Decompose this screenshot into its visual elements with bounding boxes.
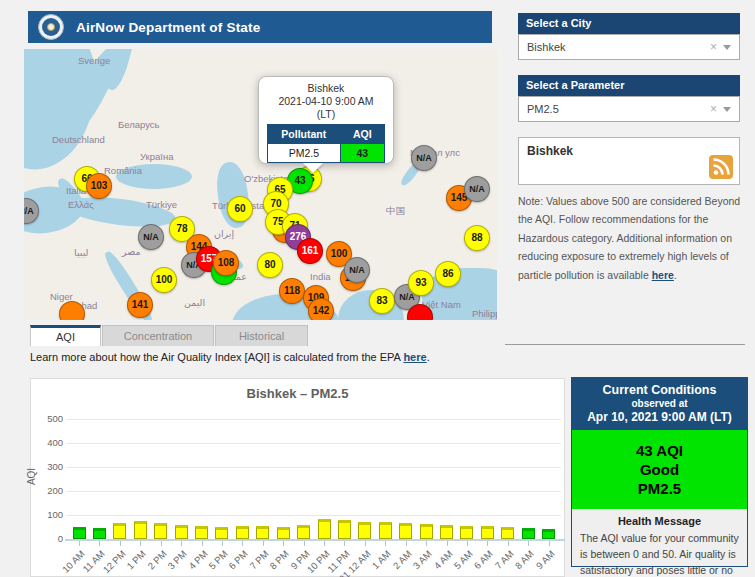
chart-bar bbox=[113, 523, 126, 539]
popup-aqi-value: 43 bbox=[340, 144, 384, 163]
map-label: Philippine bbox=[472, 308, 497, 319]
parameter-clear-icon[interactable]: × bbox=[704, 102, 723, 116]
chart-bar bbox=[542, 529, 555, 539]
chart-x-tick bbox=[304, 541, 305, 546]
aqi-marker-na[interactable]: N/A bbox=[344, 257, 370, 283]
aqi-marker[interactable]: 86 bbox=[435, 261, 461, 287]
chart-bar bbox=[501, 527, 514, 539]
chart-bar bbox=[154, 523, 167, 539]
aqi-marker[interactable]: 161 bbox=[297, 238, 323, 264]
city-feed-box: Bishkek bbox=[518, 137, 740, 185]
aqi-marker[interactable]: 60 bbox=[227, 196, 253, 222]
aqi-marker[interactable]: 100 bbox=[151, 267, 177, 293]
chart-bar bbox=[236, 526, 249, 539]
chart-bar bbox=[73, 527, 86, 539]
chart-bar bbox=[215, 527, 228, 539]
popup-table: Pollutant AQI PM2.5 43 bbox=[267, 124, 385, 163]
state-department-seal-icon bbox=[38, 14, 64, 40]
chart-x-tick bbox=[263, 541, 264, 546]
current-conditions-datetime: Apr 10, 2021 9:00 AM (LT) bbox=[572, 410, 747, 424]
aqi-marker[interactable]: 103 bbox=[86, 173, 112, 199]
popup-arrow bbox=[303, 163, 323, 173]
app-title: AirNow Department of State bbox=[76, 20, 260, 35]
aqi-marker[interactable]: 93 bbox=[408, 270, 434, 296]
aqi-marker[interactable]: 108 bbox=[213, 250, 239, 276]
chart-x-tick bbox=[222, 541, 223, 546]
health-message-text: The AQI value for your community is betw… bbox=[572, 527, 747, 577]
parameter-chevron-down-icon[interactable] bbox=[723, 107, 731, 112]
chart-y-tick-label: 200 bbox=[31, 485, 63, 496]
aqi-marker[interactable]: 80 bbox=[257, 252, 283, 278]
chart-bar bbox=[195, 526, 208, 539]
aqi-map[interactable]: SverigeБеларусьDeutschlandУкраїнаRomânia… bbox=[24, 49, 497, 320]
map-label: ليبيا bbox=[74, 247, 88, 258]
aqi-marker[interactable] bbox=[59, 301, 85, 320]
aqi-marker[interactable]: 141 bbox=[127, 292, 153, 318]
popup-pollutant-value: PM2.5 bbox=[268, 144, 341, 163]
note-period: . bbox=[674, 269, 677, 281]
chart-bar bbox=[440, 525, 453, 539]
chart-bar bbox=[134, 521, 147, 539]
current-conditions-title: Current Conditions bbox=[572, 383, 747, 397]
map-label: Україна bbox=[140, 151, 174, 162]
aqi-marker[interactable]: 83 bbox=[369, 288, 395, 314]
chart-bar bbox=[481, 526, 494, 539]
aqi-marker[interactable]: 118 bbox=[279, 278, 305, 304]
map-label: 中国 bbox=[386, 205, 405, 218]
learn-more-period: . bbox=[427, 351, 430, 363]
current-aqi-value: 43 AQI bbox=[572, 441, 747, 460]
aqi-marker-na[interactable]: N/A bbox=[411, 145, 437, 171]
aqi-marker[interactable]: 142 bbox=[308, 298, 334, 320]
city-clear-icon[interactable]: × bbox=[704, 40, 723, 54]
health-message-section: Health Message The AQI value for your co… bbox=[572, 509, 747, 577]
learn-more-link[interactable]: here bbox=[403, 351, 426, 363]
map-label: România bbox=[104, 165, 142, 176]
city-dropdown[interactable]: Bishkek × bbox=[518, 34, 740, 60]
page: AirNow Department of State SverigeБелару… bbox=[0, 0, 755, 577]
chart-bar bbox=[318, 519, 331, 539]
chart-bar bbox=[93, 528, 106, 539]
chart-x-tick bbox=[385, 541, 386, 546]
chart-gridline bbox=[67, 491, 561, 492]
chart-x-tick bbox=[181, 541, 182, 546]
current-aqi-category: Good bbox=[572, 460, 747, 479]
chart-bar bbox=[256, 526, 269, 539]
tab-concentration[interactable]: Concentration bbox=[102, 325, 214, 346]
city-chevron-down-icon[interactable] bbox=[723, 45, 731, 50]
chart-x-tick bbox=[447, 541, 448, 546]
chart-x-tick bbox=[324, 541, 325, 546]
chart-bar bbox=[277, 527, 290, 539]
current-conditions-panel: Current Conditions observed at Apr 10, 2… bbox=[571, 377, 748, 567]
city-dropdown-value: Bishkek bbox=[519, 41, 704, 53]
feed-city-name: Bishkek bbox=[519, 138, 739, 158]
chart-bar bbox=[175, 525, 188, 539]
chart-title: Bishkek – PM2.5 bbox=[31, 386, 564, 401]
tab-aqi[interactable]: AQI bbox=[30, 325, 101, 346]
aqi-note: Note: Values above 500 are considered Be… bbox=[518, 192, 748, 284]
chart-x-tick bbox=[406, 541, 407, 546]
learn-more-text: Learn more about how the Air Quality Ind… bbox=[30, 351, 430, 363]
note-link[interactable]: here bbox=[652, 269, 674, 281]
note-text: Note: Values above 500 are considered Be… bbox=[518, 195, 740, 281]
chart-bar bbox=[379, 522, 392, 539]
sidebar-divider bbox=[505, 344, 745, 345]
popup-datetime: 2021-04-10 9:00 AM bbox=[259, 95, 393, 108]
chart-bar bbox=[522, 528, 535, 539]
chart-y-tick-label: 100 bbox=[31, 509, 63, 520]
select-city-header: Select a City bbox=[518, 13, 740, 34]
chart-x-tick bbox=[344, 541, 345, 546]
select-parameter-header: Select a Parameter bbox=[518, 75, 740, 96]
chart-x-tick bbox=[528, 541, 529, 546]
rss-feed-icon[interactable] bbox=[709, 155, 733, 179]
aqi-marker-na[interactable]: N/A bbox=[138, 224, 164, 250]
map-label: Беларусь bbox=[118, 119, 160, 130]
chart-gridline bbox=[67, 419, 561, 420]
chart-gridline bbox=[67, 515, 561, 516]
tab-historical[interactable]: Historical bbox=[215, 325, 308, 346]
app-header: AirNow Department of State bbox=[28, 11, 492, 43]
aqi-marker[interactable]: 88 bbox=[464, 225, 490, 251]
chart-bar bbox=[460, 526, 473, 539]
aqi-marker-na[interactable]: N/A bbox=[464, 176, 490, 202]
parameter-dropdown[interactable]: PM2.5 × bbox=[518, 96, 740, 122]
chart-x-tick bbox=[140, 541, 141, 546]
